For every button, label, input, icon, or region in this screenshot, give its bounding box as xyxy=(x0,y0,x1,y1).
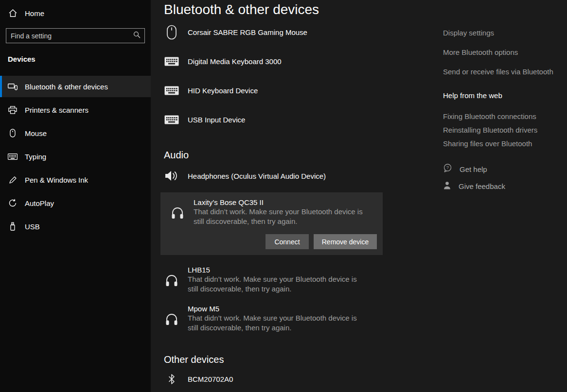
device-panel-bose-qc35[interactable]: Laxity’s Bose QC35 II That didn’t work. … xyxy=(160,192,383,255)
device-name: LHB15 xyxy=(188,266,359,274)
link-send-receive-files[interactable]: Send or receive files via Bluetooth xyxy=(443,67,565,77)
keyboard-icon xyxy=(164,86,179,95)
device-row-bcm20702a0[interactable]: BCM20702A0 xyxy=(164,366,443,392)
other-devices-heading: Other devices xyxy=(164,353,443,366)
sidebar-item-label: Pen & Windows Ink xyxy=(25,176,88,184)
bluetooth-icon xyxy=(164,374,179,385)
keyboard-icon xyxy=(8,152,18,161)
get-help-icon: ? xyxy=(443,164,452,175)
remove-device-button[interactable]: Remove device xyxy=(314,234,377,249)
device-name: HID Keyboard Device xyxy=(188,86,258,95)
headphones-icon xyxy=(170,199,185,226)
sidebar-nav: Bluetooth & other devices Printers & sca… xyxy=(0,76,151,237)
device-name: USB Input Device xyxy=(188,116,245,124)
device-row-digital-media-keyboard[interactable]: Digital Media Keyboard 3000 xyxy=(164,47,443,76)
sidebar-item-printers-scanners[interactable]: Printers & scanners xyxy=(0,99,151,120)
related-settings: Display settings More Bluetooth options … xyxy=(443,0,565,192)
printer-icon xyxy=(8,105,18,115)
main-content: Bluetooth & other devices Corsair SABRE … xyxy=(151,0,443,392)
device-name: Mpow M5 xyxy=(188,305,359,313)
search-box[interactable] xyxy=(6,28,145,43)
device-name: Headphones (Oculus Virtual Audio Device) xyxy=(188,172,326,180)
device-row-corsair-mouse[interactable]: Corsair SABRE RGB Gaming Mouse xyxy=(164,17,443,47)
sidebar-item-autoplay[interactable]: AutoPlay xyxy=(0,192,151,214)
device-name: Laxity’s Bose QC35 II xyxy=(194,198,365,206)
sidebar-item-typing[interactable]: Typing xyxy=(0,146,151,167)
mouse-icon xyxy=(164,25,179,40)
sidebar-item-label: AutoPlay xyxy=(25,199,54,207)
settings-window: Home Devices Bluetooth & other devices xyxy=(0,0,567,392)
sidebar-item-label: USB xyxy=(25,222,40,231)
home-label: Home xyxy=(25,9,44,17)
sidebar-item-usb[interactable]: USB xyxy=(0,216,151,237)
sidebar-item-label: Printers & scanners xyxy=(25,106,89,114)
help-from-web-heading: Help from the web xyxy=(443,91,565,101)
devices-icon xyxy=(8,82,18,91)
device-row-mpow-m5[interactable]: Mpow M5 That didn’t work. Make sure your… xyxy=(164,305,443,333)
device-name: BCM20702A0 xyxy=(188,375,233,383)
link-fixing-bluetooth-connections[interactable]: Fixing Bluetooth connections xyxy=(443,112,565,121)
sidebar-section-devices: Devices xyxy=(8,55,151,63)
sidebar-item-home[interactable]: Home xyxy=(8,7,151,19)
sidebar-item-bluetooth-other-devices[interactable]: Bluetooth & other devices xyxy=(0,76,151,97)
link-sharing-files-over-bluetooth[interactable]: Sharing files over Bluetooth xyxy=(443,139,565,149)
give-feedback-label: Give feedback xyxy=(459,182,505,191)
sidebar-item-label: Typing xyxy=(25,153,46,161)
device-row-oculus-headphones[interactable]: Headphones (Oculus Virtual Audio Device) xyxy=(164,161,443,190)
selected-indicator xyxy=(0,76,2,97)
give-feedback-link[interactable]: Give feedback xyxy=(443,181,565,192)
connect-button[interactable]: Connect xyxy=(266,234,309,249)
headphones-icon xyxy=(164,306,179,333)
device-row-lhb15[interactable]: LHB15 That didn’t work. Make sure your B… xyxy=(164,266,443,294)
audio-section-heading: Audio xyxy=(164,149,443,161)
device-status: That didn’t work. Make sure your Bluetoo… xyxy=(188,313,359,333)
sidebar-item-mouse[interactable]: Mouse xyxy=(0,122,151,144)
link-display-settings[interactable]: Display settings xyxy=(443,28,565,38)
link-more-bluetooth-options[interactable]: More Bluetooth options xyxy=(443,48,565,57)
sidebar: Home Devices Bluetooth & other devices xyxy=(0,0,151,392)
usb-icon xyxy=(8,222,18,231)
svg-text:?: ? xyxy=(446,165,449,170)
mouse-icon xyxy=(8,128,18,138)
device-row-usb-input[interactable]: USB Input Device xyxy=(164,105,443,134)
page-title: Bluetooth & other devices xyxy=(164,2,443,17)
keyboard-icon xyxy=(164,115,179,124)
search-input[interactable] xyxy=(6,29,133,43)
device-status: That didn’t work. Make sure your Bluetoo… xyxy=(188,274,359,294)
sidebar-item-label: Bluetooth & other devices xyxy=(25,83,108,91)
autoplay-icon xyxy=(8,198,18,208)
link-reinstalling-bluetooth-drivers[interactable]: Reinstalling Bluetooth drivers xyxy=(443,125,565,135)
device-name: Digital Media Keyboard 3000 xyxy=(188,57,282,66)
search-icon[interactable] xyxy=(133,31,141,40)
pen-icon xyxy=(8,175,18,185)
device-row-hid-keyboard[interactable]: HID Keyboard Device xyxy=(164,76,443,105)
keyboard-icon xyxy=(164,57,179,66)
feedback-icon xyxy=(443,181,451,192)
sidebar-item-pen-windows-ink[interactable]: Pen & Windows Ink xyxy=(0,169,151,190)
headphones-icon xyxy=(164,267,179,294)
get-help-label: Get help xyxy=(460,165,487,174)
speaker-icon xyxy=(164,169,179,183)
device-name: Corsair SABRE RGB Gaming Mouse xyxy=(188,28,307,36)
get-help-link[interactable]: ? Get help xyxy=(443,164,565,175)
home-icon xyxy=(8,8,18,18)
sidebar-item-label: Mouse xyxy=(25,129,47,137)
device-status: That didn’t work. Make sure your Bluetoo… xyxy=(194,207,365,226)
